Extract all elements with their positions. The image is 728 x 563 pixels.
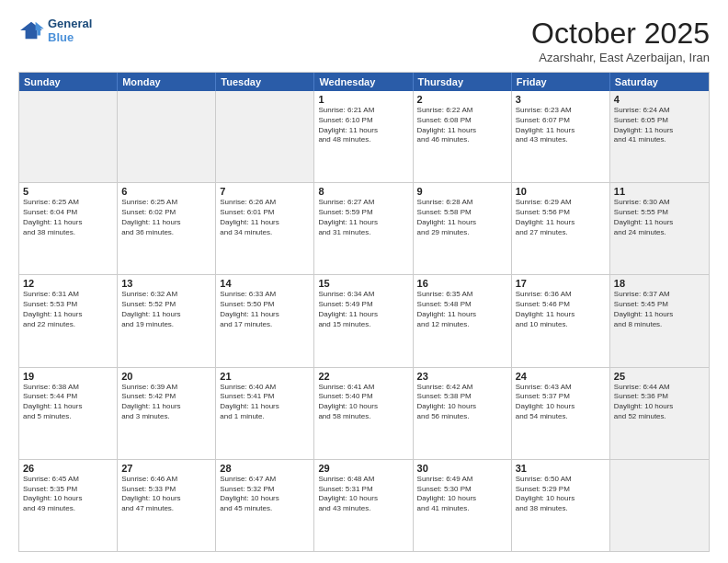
cal-cell: 10Sunrise: 6:29 AM Sunset: 5:56 PM Dayli…: [512, 183, 610, 274]
logo-text: General Blue: [48, 17, 92, 44]
cal-cell: [610, 460, 709, 551]
day-info: Sunrise: 6:28 AM Sunset: 5:58 PM Dayligh…: [417, 198, 507, 237]
cal-cell: 7Sunrise: 6:26 AM Sunset: 6:01 PM Daylig…: [216, 183, 314, 274]
cal-cell: 26Sunrise: 6:45 AM Sunset: 5:35 PM Dayli…: [19, 460, 118, 551]
day-info: Sunrise: 6:21 AM Sunset: 6:10 PM Dayligh…: [318, 106, 408, 145]
day-info: Sunrise: 6:41 AM Sunset: 5:40 PM Dayligh…: [318, 383, 408, 422]
cal-cell: [19, 91, 118, 182]
day-number: 29: [318, 463, 408, 474]
cal-cell: 3Sunrise: 6:23 AM Sunset: 6:07 PM Daylig…: [512, 91, 610, 182]
day-number: 16: [417, 278, 507, 289]
calendar-body: 1Sunrise: 6:21 AM Sunset: 6:10 PM Daylig…: [19, 91, 709, 551]
day-info: Sunrise: 6:39 AM Sunset: 5:42 PM Dayligh…: [121, 383, 211, 422]
cal-cell: 30Sunrise: 6:49 AM Sunset: 5:30 PM Dayli…: [414, 460, 512, 551]
day-info: Sunrise: 6:49 AM Sunset: 5:30 PM Dayligh…: [417, 475, 507, 514]
day-info: Sunrise: 6:38 AM Sunset: 5:44 PM Dayligh…: [23, 383, 113, 422]
header-day-friday: Friday: [512, 73, 610, 91]
day-info: Sunrise: 6:25 AM Sunset: 6:04 PM Dayligh…: [23, 198, 113, 237]
cal-cell: 14Sunrise: 6:33 AM Sunset: 5:50 PM Dayli…: [216, 275, 314, 366]
day-number: 12: [23, 278, 113, 289]
day-info: Sunrise: 6:48 AM Sunset: 5:31 PM Dayligh…: [318, 475, 408, 514]
header-day-tuesday: Tuesday: [216, 73, 314, 91]
cal-cell: 23Sunrise: 6:42 AM Sunset: 5:38 PM Dayli…: [414, 368, 512, 459]
day-number: 3: [516, 94, 606, 105]
cal-cell: 8Sunrise: 6:27 AM Sunset: 5:59 PM Daylig…: [314, 183, 413, 274]
logo: General Blue: [18, 17, 92, 44]
day-info: Sunrise: 6:30 AM Sunset: 5:55 PM Dayligh…: [614, 198, 705, 237]
cal-cell: 13Sunrise: 6:32 AM Sunset: 5:52 PM Dayli…: [118, 275, 216, 366]
day-number: 7: [220, 186, 310, 197]
day-info: Sunrise: 6:32 AM Sunset: 5:52 PM Dayligh…: [121, 290, 211, 329]
day-number: 21: [220, 371, 310, 382]
week-row-5: 26Sunrise: 6:45 AM Sunset: 5:35 PM Dayli…: [19, 460, 709, 551]
cal-cell: 25Sunrise: 6:44 AM Sunset: 5:36 PM Dayli…: [610, 368, 709, 459]
day-info: Sunrise: 6:47 AM Sunset: 5:32 PM Dayligh…: [220, 475, 310, 514]
cal-cell: 5Sunrise: 6:25 AM Sunset: 6:04 PM Daylig…: [19, 183, 118, 274]
cal-cell: 19Sunrise: 6:38 AM Sunset: 5:44 PM Dayli…: [19, 368, 118, 459]
day-number: 2: [417, 94, 507, 105]
title-block: October 2025 Azarshahr, East Azerbaijan,…: [531, 17, 710, 64]
cal-cell: [118, 91, 216, 182]
cal-cell: 1Sunrise: 6:21 AM Sunset: 6:10 PM Daylig…: [314, 91, 413, 182]
day-info: Sunrise: 6:37 AM Sunset: 5:45 PM Dayligh…: [614, 290, 705, 329]
header: General Blue October 2025 Azarshahr, Eas…: [18, 17, 710, 64]
week-row-3: 12Sunrise: 6:31 AM Sunset: 5:53 PM Dayli…: [19, 275, 709, 367]
cal-cell: 12Sunrise: 6:31 AM Sunset: 5:53 PM Dayli…: [19, 275, 118, 366]
day-info: Sunrise: 6:22 AM Sunset: 6:08 PM Dayligh…: [417, 106, 507, 145]
page: General Blue October 2025 Azarshahr, Eas…: [0, 0, 728, 563]
header-day-sunday: Sunday: [19, 73, 118, 91]
week-row-1: 1Sunrise: 6:21 AM Sunset: 6:10 PM Daylig…: [19, 91, 709, 183]
day-info: Sunrise: 6:34 AM Sunset: 5:49 PM Dayligh…: [318, 290, 408, 329]
week-row-4: 19Sunrise: 6:38 AM Sunset: 5:44 PM Dayli…: [19, 368, 709, 460]
day-info: Sunrise: 6:44 AM Sunset: 5:36 PM Dayligh…: [614, 383, 705, 422]
day-number: 8: [318, 186, 408, 197]
day-number: 13: [121, 278, 211, 289]
cal-cell: 2Sunrise: 6:22 AM Sunset: 6:08 PM Daylig…: [414, 91, 512, 182]
cal-cell: 6Sunrise: 6:25 AM Sunset: 6:02 PM Daylig…: [118, 183, 216, 274]
cal-cell: 29Sunrise: 6:48 AM Sunset: 5:31 PM Dayli…: [314, 460, 413, 551]
logo-icon: [18, 20, 44, 40]
day-info: Sunrise: 6:24 AM Sunset: 6:05 PM Dayligh…: [614, 106, 705, 145]
month-title: October 2025: [531, 17, 710, 51]
day-number: 27: [121, 463, 211, 474]
day-info: Sunrise: 6:27 AM Sunset: 5:59 PM Dayligh…: [318, 198, 408, 237]
day-number: 18: [614, 278, 705, 289]
day-info: Sunrise: 6:40 AM Sunset: 5:41 PM Dayligh…: [220, 383, 310, 422]
day-number: 24: [516, 371, 606, 382]
cal-cell: [216, 91, 314, 182]
calendar-header: SundayMondayTuesdayWednesdayThursdayFrid…: [19, 73, 709, 91]
day-info: Sunrise: 6:46 AM Sunset: 5:33 PM Dayligh…: [121, 475, 211, 514]
day-number: 14: [220, 278, 310, 289]
cal-cell: 31Sunrise: 6:50 AM Sunset: 5:29 PM Dayli…: [512, 460, 610, 551]
day-info: Sunrise: 6:31 AM Sunset: 5:53 PM Dayligh…: [23, 290, 113, 329]
day-info: Sunrise: 6:23 AM Sunset: 6:07 PM Dayligh…: [516, 106, 606, 145]
day-info: Sunrise: 6:50 AM Sunset: 5:29 PM Dayligh…: [516, 475, 606, 514]
cal-cell: 24Sunrise: 6:43 AM Sunset: 5:37 PM Dayli…: [512, 368, 610, 459]
cal-cell: 28Sunrise: 6:47 AM Sunset: 5:32 PM Dayli…: [216, 460, 314, 551]
cal-cell: 21Sunrise: 6:40 AM Sunset: 5:41 PM Dayli…: [216, 368, 314, 459]
cal-cell: 15Sunrise: 6:34 AM Sunset: 5:49 PM Dayli…: [314, 275, 413, 366]
header-day-monday: Monday: [118, 73, 216, 91]
day-number: 28: [220, 463, 310, 474]
day-number: 6: [121, 186, 211, 197]
day-info: Sunrise: 6:29 AM Sunset: 5:56 PM Dayligh…: [516, 198, 606, 237]
day-info: Sunrise: 6:43 AM Sunset: 5:37 PM Dayligh…: [516, 383, 606, 422]
day-number: 9: [417, 186, 507, 197]
week-row-2: 5Sunrise: 6:25 AM Sunset: 6:04 PM Daylig…: [19, 183, 709, 275]
cal-cell: 18Sunrise: 6:37 AM Sunset: 5:45 PM Dayli…: [610, 275, 709, 366]
location: Azarshahr, East Azerbaijan, Iran: [531, 51, 710, 64]
day-info: Sunrise: 6:25 AM Sunset: 6:02 PM Dayligh…: [121, 198, 211, 237]
cal-cell: 17Sunrise: 6:36 AM Sunset: 5:46 PM Dayli…: [512, 275, 610, 366]
day-number: 20: [121, 371, 211, 382]
day-number: 19: [23, 371, 113, 382]
day-number: 25: [614, 371, 705, 382]
day-info: Sunrise: 6:36 AM Sunset: 5:46 PM Dayligh…: [516, 290, 606, 329]
day-number: 15: [318, 278, 408, 289]
calendar: SundayMondayTuesdayWednesdayThursdayFrid…: [18, 72, 710, 552]
day-info: Sunrise: 6:35 AM Sunset: 5:48 PM Dayligh…: [417, 290, 507, 329]
day-number: 5: [23, 186, 113, 197]
day-info: Sunrise: 6:42 AM Sunset: 5:38 PM Dayligh…: [417, 383, 507, 422]
day-number: 4: [614, 94, 705, 105]
day-info: Sunrise: 6:33 AM Sunset: 5:50 PM Dayligh…: [220, 290, 310, 329]
cal-cell: 22Sunrise: 6:41 AM Sunset: 5:40 PM Dayli…: [314, 368, 413, 459]
